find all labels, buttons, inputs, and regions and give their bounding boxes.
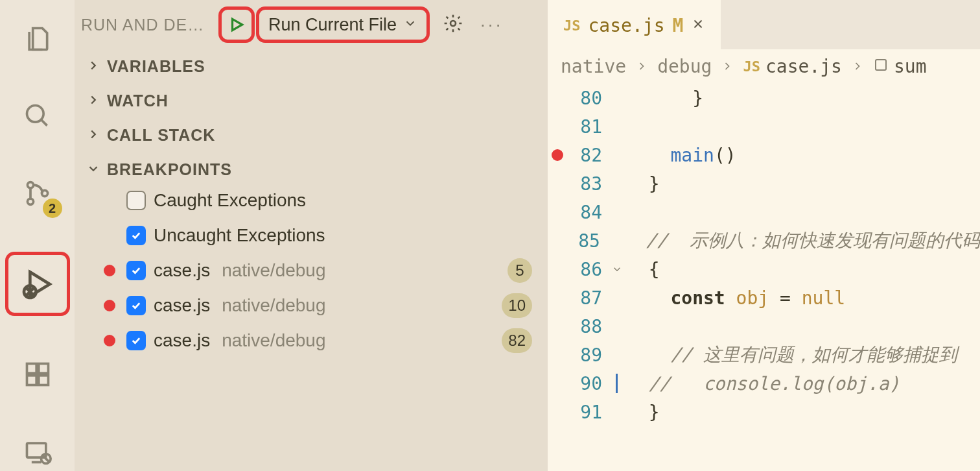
breakpoint-checkbox[interactable] — [126, 261, 146, 280]
remote-icon[interactable] — [18, 433, 57, 471]
breakpoint-line-badge: 5 — [508, 258, 532, 283]
svg-point-0 — [27, 106, 43, 123]
breakpoint-checkbox[interactable] — [126, 226, 146, 245]
line-number: 91 — [567, 402, 607, 423]
svg-rect-10 — [27, 376, 36, 385]
variables-header[interactable]: VARIABLES — [75, 53, 548, 80]
breakpoints-header[interactable]: BREAKPOINTS — [75, 156, 548, 183]
chevron-right-icon — [86, 93, 100, 110]
code-line[interactable]: 82 main() — [548, 141, 980, 169]
sidebar-title: RUN AND DEB… — [81, 16, 211, 34]
chevron-right-icon — [721, 56, 734, 77]
breakpoints-section: BREAKPOINTS Caught Exceptions Uncaught E… — [75, 152, 548, 362]
debug-config-dropdown[interactable]: Run Current File — [256, 6, 430, 43]
breadcrumb-symbol[interactable]: sum — [873, 56, 927, 77]
line-number: 86 — [567, 259, 607, 280]
chevron-down-icon — [86, 162, 100, 178]
debug-config-label: Run Current File — [268, 15, 397, 35]
more-actions-icon[interactable]: ··· — [480, 14, 503, 35]
line-number: 84 — [567, 202, 607, 223]
svg-marker-17 — [233, 19, 242, 30]
variables-section: VARIABLES — [75, 49, 548, 84]
search-icon[interactable] — [18, 97, 57, 135]
line-number: 87 — [567, 287, 607, 309]
breakpoint-label: Caught Exceptions — [154, 190, 306, 211]
code-line[interactable]: 91 } — [548, 398, 980, 426]
code-line[interactable]: 85 // 示例八：如何快速发现有问题的代码 — [548, 226, 980, 255]
breadcrumb[interactable]: native debug JS case.js sum — [548, 49, 980, 84]
line-number: 88 — [567, 316, 607, 337]
fold-chevron-icon[interactable] — [611, 263, 623, 275]
file-breakpoint-row[interactable]: case.js native/debug 5 — [100, 253, 548, 288]
start-debug-button[interactable] — [218, 6, 255, 43]
sidebar-header: RUN AND DEB… Run Current File ··· — [75, 0, 548, 49]
source-control-icon[interactable]: 2 — [18, 175, 57, 213]
svg-rect-11 — [38, 376, 48, 385]
run-debug-icon[interactable] — [5, 252, 70, 316]
cursor — [616, 374, 618, 393]
callstack-section: CALL STACK — [75, 118, 548, 152]
exception-breakpoint-row[interactable]: Uncaught Exceptions — [100, 218, 548, 253]
editor-area: JS case.js M native debug JS case.js sum… — [548, 0, 980, 471]
configure-gear-icon[interactable] — [443, 13, 463, 36]
chevron-right-icon — [86, 127, 100, 144]
code-line[interactable]: 81 — [548, 112, 980, 141]
chevron-right-icon — [635, 56, 648, 77]
code-line[interactable]: 87 const obj = null — [548, 284, 980, 312]
code-line[interactable]: 86 { — [548, 255, 980, 284]
scm-badge: 2 — [43, 199, 62, 218]
breakpoint-checkbox[interactable] — [126, 331, 146, 350]
watch-section: WATCH — [75, 84, 548, 118]
code-line[interactable]: 89 // 这里有问题，如何才能够捕捉到 — [548, 341, 980, 369]
modified-indicator: M — [673, 15, 684, 36]
breakpoint-checkbox[interactable] — [126, 191, 146, 210]
breadcrumb-folder[interactable]: debug — [657, 56, 712, 77]
extensions-icon[interactable] — [18, 355, 57, 393]
svg-point-3 — [27, 199, 33, 205]
breakpoint-file: case.js — [154, 295, 210, 316]
breadcrumb-file[interactable]: JS case.js — [743, 56, 842, 77]
line-number: 89 — [567, 344, 607, 366]
code-editor[interactable]: 80 } 81 82 main() 83 } 84 85 // 示例八：如何快速… — [548, 84, 980, 471]
file-breakpoint-row[interactable]: case.js native/debug 10 — [100, 288, 548, 323]
exception-breakpoint-row[interactable]: Caught Exceptions — [100, 183, 548, 218]
breakpoint-dot-icon — [104, 265, 115, 276]
line-number: 83 — [567, 173, 607, 195]
breakpoint-file: case.js — [154, 330, 210, 351]
line-number: 82 — [567, 145, 607, 166]
breadcrumb-folder[interactable]: native — [561, 56, 626, 77]
breakpoint-dot-icon — [104, 300, 115, 311]
chevron-right-icon — [851, 56, 864, 77]
close-tab-icon[interactable] — [691, 17, 705, 34]
svg-rect-12 — [38, 363, 48, 373]
breakpoint-line-badge: 10 — [502, 293, 532, 318]
line-number: 85 — [566, 230, 605, 252]
breakpoint-file: case.js — [154, 260, 210, 281]
breakpoint-path: native/debug — [222, 260, 325, 281]
breakpoint-checkbox[interactable] — [126, 296, 146, 315]
svg-line-1 — [41, 120, 47, 126]
file-breakpoint-row[interactable]: case.js native/debug 82 — [100, 323, 548, 358]
explorer-icon[interactable] — [18, 19, 57, 58]
line-number: 80 — [567, 88, 607, 109]
breakpoint-path: native/debug — [222, 295, 325, 316]
svg-point-18 — [450, 21, 456, 26]
breakpoint-path: native/debug — [222, 330, 325, 351]
breakpoint-dot-icon[interactable] — [552, 149, 563, 161]
code-line[interactable]: 90 // console.log(obj.a) — [548, 369, 980, 398]
code-line[interactable]: 84 — [548, 198, 980, 226]
tab-case-js[interactable]: JS case.js M — [548, 0, 721, 49]
line-number: 90 — [567, 373, 607, 394]
breakpoint-label: Uncaught Exceptions — [154, 225, 325, 246]
js-file-icon: JS — [563, 18, 581, 34]
symbol-method-icon — [873, 56, 889, 77]
code-line[interactable]: 80 } — [548, 84, 980, 112]
chevron-right-icon — [86, 58, 100, 75]
svg-point-2 — [27, 182, 33, 188]
callstack-header[interactable]: CALL STACK — [75, 122, 548, 149]
js-file-icon: JS — [743, 58, 760, 75]
code-line[interactable]: 88 — [548, 312, 980, 341]
code-line[interactable]: 83 } — [548, 169, 980, 198]
watch-header[interactable]: WATCH — [75, 88, 548, 114]
breakpoint-dot-icon — [104, 335, 115, 346]
